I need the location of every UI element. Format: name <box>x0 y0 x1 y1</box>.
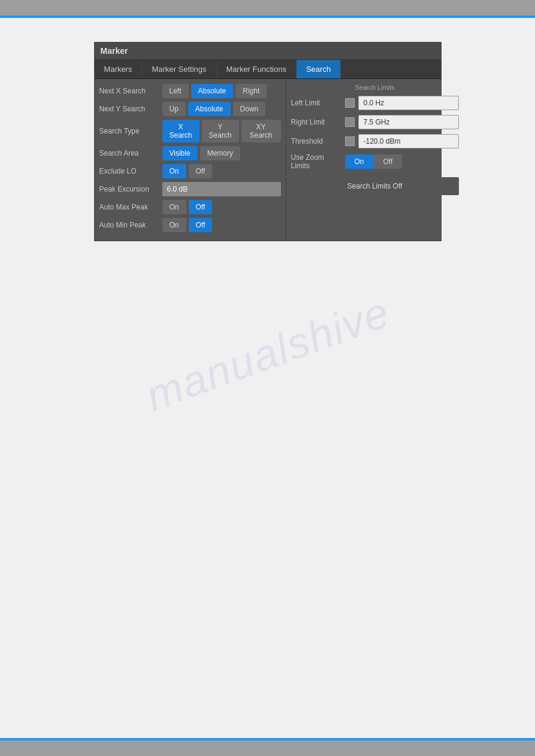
marker-panel: Marker Markers Marker Settings Marker Fu… <box>94 42 442 241</box>
next-x-absolute-btn[interactable]: Absolute <box>191 84 234 98</box>
next-y-search-label: Next Y Search <box>99 105 162 113</box>
search-area-btns: Visible Memory <box>162 146 240 160</box>
auto-max-peak-btns: On Off <box>162 200 213 214</box>
use-zoom-limits-label: Use Zoom Limits <box>291 153 345 170</box>
threshold-row: Threshold <box>291 134 459 148</box>
auto-max-peak-on-btn[interactable]: On <box>162 200 186 214</box>
right-limit-row: Right Limit <box>291 115 459 129</box>
right-side: Search Limits Left Limit Right Limit <box>286 79 464 241</box>
tab-markers[interactable]: Markers <box>95 60 143 78</box>
panel-title: Marker <box>95 42 441 60</box>
top-bar-accent <box>0 16 535 18</box>
left-limit-label: Left Limit <box>291 99 345 107</box>
left-side: Next X Search Left Absolute Right <box>95 79 286 241</box>
peak-excursion-label: Peak Excursion <box>99 185 162 193</box>
auto-max-peak-off-btn[interactable]: Off <box>189 200 213 214</box>
next-x-search-label: Next X Search <box>99 87 162 95</box>
next-x-left-btn[interactable]: Left <box>162 84 189 98</box>
search-area-memory-btn[interactable]: Memory <box>200 146 240 160</box>
next-y-up-btn[interactable]: Up <box>162 102 186 116</box>
left-limit-checkbox[interactable] <box>345 98 355 108</box>
auto-min-peak-btns: On Off <box>162 218 213 232</box>
use-zoom-off-btn[interactable]: Off <box>374 154 403 169</box>
next-y-down-btn[interactable]: Down <box>233 102 266 116</box>
auto-min-peak-row: Auto Min Peak On Off <box>99 218 281 232</box>
watermark: manualshive <box>139 287 396 421</box>
panel-body: Next X Search Left Absolute Right <box>95 79 441 241</box>
xy-search-btn[interactable]: XY Search <box>241 120 281 142</box>
left-limit-row: Left Limit <box>291 96 459 110</box>
auto-min-peak-off-btn[interactable]: Off <box>189 218 213 232</box>
exclude-lo-on-btn[interactable]: On <box>162 164 186 178</box>
tab-marker-functions[interactable]: Marker Functions <box>217 60 297 78</box>
y-search-btn[interactable]: Y Search <box>202 120 239 142</box>
search-type-label: Search Type <box>99 127 162 135</box>
next-x-search-row: Next X Search Left Absolute Right <box>99 84 281 98</box>
exclude-lo-btns: On Off <box>162 164 213 178</box>
peak-excursion-input[interactable] <box>162 182 281 196</box>
top-bar <box>0 0 535 18</box>
search-type-row: Search Type X Search Y Search XY Search <box>99 120 281 142</box>
bottom-bar <box>0 738 535 756</box>
right-limit-checkbox[interactable] <box>345 117 355 127</box>
auto-min-peak-label: Auto Min Peak <box>99 221 162 229</box>
search-area-row: Search Area Visible Memory <box>99 146 281 160</box>
tab-marker-settings[interactable]: Marker Settings <box>142 60 216 78</box>
page-content: Marker Markers Marker Settings Marker Fu… <box>0 18 535 265</box>
search-area-label: Search Area <box>99 149 162 157</box>
search-limits-off-btn[interactable]: Search Limits Off <box>291 177 459 195</box>
exclude-lo-label: Exclude LO <box>99 167 162 175</box>
bottom-bar-accent <box>0 738 535 740</box>
next-y-search-btns: Up Absolute Down <box>162 102 266 116</box>
threshold-input[interactable] <box>358 134 459 148</box>
panel-title-text: Marker <box>101 46 128 56</box>
next-x-search-btns: Left Absolute Right <box>162 84 267 98</box>
search-area-visible-btn[interactable]: Visible <box>162 146 198 160</box>
use-zoom-on-btn[interactable]: On <box>345 154 374 169</box>
peak-excursion-row: Peak Excursion <box>99 182 281 196</box>
use-zoom-limits-row: Use Zoom Limits On Off <box>291 153 459 170</box>
auto-min-peak-on-btn[interactable]: On <box>162 218 186 232</box>
exclude-lo-off-btn[interactable]: Off <box>189 164 213 178</box>
search-type-btns: X Search Y Search XY Search <box>162 120 281 142</box>
exclude-lo-row: Exclude LO On Off <box>99 164 281 178</box>
auto-max-peak-label: Auto Max Peak <box>99 203 162 211</box>
next-y-search-row: Next Y Search Up Absolute Down <box>99 102 281 116</box>
auto-max-peak-row: Auto Max Peak On Off <box>99 200 281 214</box>
threshold-label: Threshold <box>291 137 345 145</box>
x-search-btn[interactable]: X Search <box>162 120 200 142</box>
search-limits-title: Search Limits <box>291 84 459 91</box>
next-x-right-btn[interactable]: Right <box>235 84 267 98</box>
next-y-absolute-btn[interactable]: Absolute <box>188 102 231 116</box>
right-limit-input[interactable] <box>358 115 459 129</box>
use-zoom-limits-btns: On Off <box>345 154 403 169</box>
left-limit-input[interactable] <box>358 96 459 110</box>
right-limit-label: Right Limit <box>291 118 345 126</box>
tab-bar: Markers Marker Settings Marker Functions… <box>95 60 441 79</box>
tab-search[interactable]: Search <box>297 60 341 78</box>
threshold-checkbox[interactable] <box>345 136 355 146</box>
